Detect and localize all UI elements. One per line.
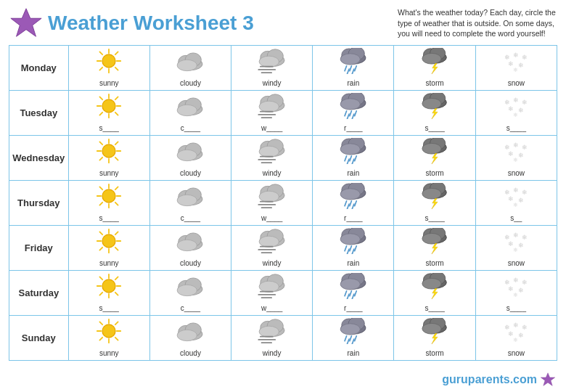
weather-cell-saturday-4[interactable]: s____ — [394, 271, 475, 316]
weather-cell-wednesday-0[interactable]: sunny — [68, 136, 149, 181]
weather-icon-2 — [255, 272, 289, 300]
weather-cell-tuesday-1[interactable]: c____ — [149, 91, 231, 136]
weather-label-monday-5: snow — [508, 79, 525, 87]
svg-marker-234 — [432, 288, 438, 299]
weather-icon-5: ❄ ❄ ❄ ❄ ❄ ❄ — [499, 137, 533, 165]
svg-line-7 — [115, 68, 118, 70]
weather-cell-sunday-3[interactable]: rain — [313, 316, 394, 361]
svg-line-189 — [352, 249, 354, 254]
weather-label-friday-3: rain — [348, 259, 360, 267]
svg-point-97 — [259, 146, 279, 157]
svg-text:❄: ❄ — [513, 142, 519, 149]
svg-line-108 — [347, 159, 349, 164]
weather-label-monday-3: rain — [348, 79, 360, 87]
header-left: Weather Worksheet 3 — [9, 6, 398, 41]
svg-line-28 — [347, 69, 349, 74]
weather-cell-monday-5[interactable]: ❄ ❄ ❄ ❄ ❄ ❄ snow — [475, 46, 557, 91]
weather-label-tuesday-1: c____ — [181, 124, 200, 132]
svg-line-48 — [115, 97, 118, 99]
weather-cell-saturday-0[interactable]: s____ — [68, 271, 149, 316]
weather-cell-monday-3[interactable]: rain — [313, 46, 394, 91]
svg-point-1 — [102, 54, 115, 68]
svg-text:❄: ❄ — [513, 337, 518, 343]
day-cell-wednesday: Wednesday — [9, 136, 69, 181]
weather-cell-friday-5[interactable]: ❄ ❄ ❄ ❄ ❄ ❄ snow — [475, 226, 557, 271]
weather-label-sunday-5: snow — [508, 349, 525, 357]
weather-cell-monday-4[interactable]: storm — [394, 46, 475, 91]
weather-cell-saturday-5[interactable]: ❄ ❄ ❄ ❄ ❄ ❄ s____ — [475, 271, 557, 316]
weather-icon-4 — [418, 227, 451, 255]
weather-cell-wednesday-3[interactable]: rain — [313, 136, 394, 181]
svg-line-86 — [100, 142, 103, 144]
svg-text:❄: ❄ — [513, 277, 519, 284]
weather-label-friday-1: cloudy — [180, 259, 201, 267]
weather-cell-thursday-2[interactable]: w____ — [231, 181, 313, 226]
weather-cell-saturday-1[interactable]: c____ — [149, 271, 231, 316]
header: Weather Worksheet 3 What's the weather t… — [9, 6, 557, 41]
svg-point-17 — [259, 56, 279, 67]
weather-cell-tuesday-4[interactable]: s____ — [394, 91, 475, 136]
svg-line-69 — [352, 114, 354, 119]
weather-label-saturday-4: s____ — [424, 304, 444, 312]
weather-cell-thursday-4[interactable]: s____ — [394, 181, 475, 226]
weather-icon-5: ❄ ❄ ❄ ❄ ❄ ❄ — [499, 227, 533, 255]
svg-line-149 — [352, 204, 354, 209]
weather-icon-5: ❄ ❄ ❄ ❄ ❄ ❄ — [499, 47, 533, 75]
svg-text:❄: ❄ — [508, 330, 514, 338]
weather-cell-thursday-5[interactable]: ❄ ❄ ❄ ❄ ❄ ❄ s__ — [475, 181, 557, 226]
weather-icon-5: ❄ ❄ ❄ ❄ ❄ ❄ — [499, 92, 533, 120]
weather-cell-saturday-3[interactable]: r____ — [313, 271, 394, 316]
weather-icon-5: ❄ ❄ ❄ ❄ ❄ ❄ — [499, 272, 533, 300]
svg-line-9 — [100, 68, 103, 70]
weather-cell-monday-0[interactable]: sunny — [68, 46, 149, 91]
weather-cell-thursday-0[interactable]: s____ — [68, 181, 149, 226]
weather-cell-sunday-0[interactable]: sunny — [68, 316, 149, 361]
svg-point-161 — [102, 234, 115, 248]
weather-label-thursday-3: r____ — [344, 214, 363, 222]
svg-text:❄: ❄ — [508, 60, 514, 68]
weather-cell-friday-3[interactable]: rain — [313, 226, 394, 271]
weather-cell-wednesday-1[interactable]: cloudy — [149, 136, 231, 181]
svg-line-167 — [115, 248, 118, 250]
svg-marker-0 — [11, 9, 41, 36]
weather-cell-thursday-1[interactable]: c____ — [149, 181, 231, 226]
svg-text:❄: ❄ — [518, 152, 524, 159]
weather-cell-friday-0[interactable]: sunny — [68, 226, 149, 271]
weather-cell-sunday-4[interactable]: storm — [394, 316, 475, 361]
weather-icon-3 — [337, 182, 370, 210]
weather-cell-friday-4[interactable]: storm — [394, 226, 475, 271]
weather-cell-tuesday-2[interactable]: w____ — [231, 91, 313, 136]
weather-icon-1 — [173, 182, 207, 210]
weather-cell-sunday-2[interactable]: windy — [231, 316, 313, 361]
page: Weather Worksheet 3 What's the weather t… — [0, 0, 566, 392]
weather-cell-saturday-2[interactable]: w____ — [231, 271, 313, 316]
weather-icon-0 — [92, 227, 126, 255]
weather-icon-3 — [337, 47, 370, 75]
weather-cell-tuesday-0[interactable]: s____ — [68, 91, 149, 136]
svg-point-64 — [340, 99, 360, 110]
weather-cell-thursday-3[interactable]: r____ — [313, 181, 394, 226]
weather-cell-sunday-5[interactable]: ❄ ❄ ❄ ❄ ❄ ❄ snow — [475, 316, 557, 361]
weather-cell-monday-1[interactable]: cloudy — [149, 46, 231, 91]
weather-cell-wednesday-4[interactable]: storm — [394, 136, 475, 181]
weather-cell-friday-2[interactable]: windy — [231, 226, 313, 271]
weather-icon-5: ❄ ❄ ❄ ❄ ❄ ❄ — [499, 182, 533, 210]
svg-line-106 — [350, 156, 352, 161]
weather-cell-wednesday-2[interactable]: windy — [231, 136, 313, 181]
weather-icon-2 — [255, 182, 289, 210]
svg-line-187 — [355, 246, 357, 251]
svg-text:❄: ❄ — [518, 107, 524, 114]
weather-cell-tuesday-5[interactable]: ❄ ❄ ❄ ❄ ❄ ❄ s____ — [475, 91, 557, 136]
weather-icon-2 — [255, 227, 289, 255]
svg-text:❄: ❄ — [508, 285, 514, 293]
weather-cell-friday-1[interactable]: cloudy — [149, 226, 231, 271]
weather-cell-monday-2[interactable]: windy — [231, 46, 313, 91]
weather-icon-0 — [92, 317, 126, 345]
svg-line-267 — [355, 336, 357, 341]
weather-cell-sunday-1[interactable]: cloudy — [149, 316, 231, 361]
day-cell-friday: Friday — [9, 226, 69, 271]
svg-line-88 — [115, 142, 118, 144]
weather-cell-tuesday-3[interactable]: r____ — [313, 91, 394, 136]
weather-label-friday-5: snow — [508, 259, 525, 267]
weather-cell-wednesday-5[interactable]: ❄ ❄ ❄ ❄ ❄ ❄ snow — [475, 136, 557, 181]
